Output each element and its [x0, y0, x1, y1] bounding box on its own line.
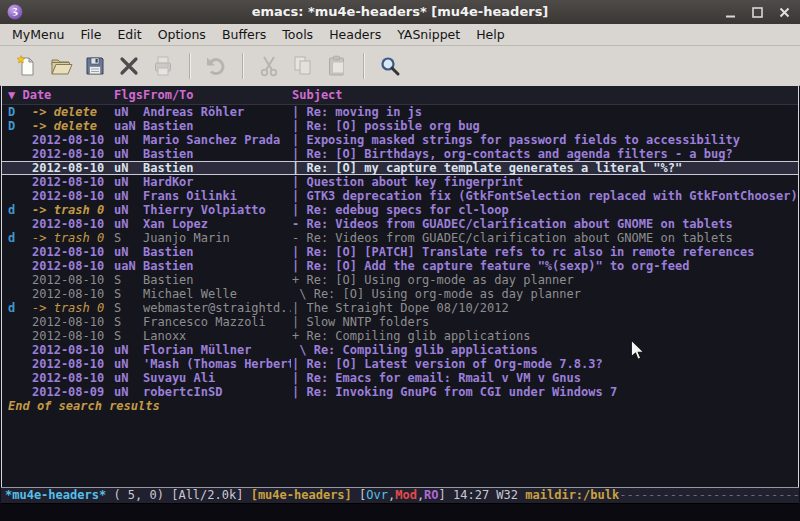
message-from: 'Mash (Thomas Herbert)	[143, 357, 291, 371]
message-subject: | Re: [O] Add the capture feature "%(sex…	[292, 259, 689, 273]
message-flags: uN	[114, 133, 128, 147]
menu-help[interactable]: Help	[468, 25, 513, 44]
message-date: 2012-08-10	[32, 217, 104, 231]
undo-button[interactable]	[199, 51, 233, 81]
message-from: Mario Sanchez Prada	[143, 133, 291, 147]
message-date: -> trash 0	[32, 301, 104, 315]
copy-icon	[291, 54, 315, 78]
title-bar[interactable]: emacs: *mu4e-headers* [mu4e-headers]	[0, 0, 800, 24]
message-row[interactable]: D -> delete uaN Bastien | Re: [O] possib…	[2, 119, 798, 133]
modeline-segment: RO	[424, 488, 438, 502]
menu-mymenu[interactable]: MyMenu	[4, 25, 73, 44]
message-from: webmaster@straightd...	[143, 301, 291, 315]
message-row[interactable]: 2012-08-09 uN robertcInSD | Re: Invoking…	[2, 385, 798, 399]
message-row[interactable]: 2012-08-10 uN Frans Oilinki | GTK3 depre…	[2, 189, 798, 203]
close-button[interactable]	[777, 5, 792, 20]
open-file-button[interactable]	[44, 51, 78, 81]
message-row[interactable]: d -> trash 0 S Juanjo Marin - Re: Videos…	[2, 231, 798, 245]
column-header-subject[interactable]: Subject	[292, 86, 343, 104]
cut-button[interactable]	[252, 51, 286, 81]
search-button[interactable]	[373, 51, 407, 81]
maximize-button[interactable]	[750, 5, 765, 20]
message-subject: | Re: Invoking GnuPG from CGI under Wind…	[292, 385, 617, 399]
message-row[interactable]: 2012-08-10 S Bastien + Re: [O] Using org…	[2, 273, 798, 287]
menu-options[interactable]: Options	[150, 25, 214, 44]
message-date: 2012-08-10	[32, 315, 104, 329]
message-row[interactable]: d -> trash 0 S webmaster@straightd... | …	[2, 301, 798, 315]
menu-tools[interactable]: Tools	[274, 25, 321, 44]
save-button[interactable]	[78, 51, 112, 81]
print-button[interactable]	[146, 51, 180, 81]
message-row[interactable]: 2012-08-10 uN HardKor | Question about k…	[2, 175, 798, 189]
emacs-window: emacs: *mu4e-headers* [mu4e-headers] MyM…	[0, 0, 800, 521]
menu-headers[interactable]: Headers	[321, 25, 389, 44]
menu-buffers[interactable]: Buffers	[214, 25, 274, 44]
message-list: D -> delete uN Andreas Röhler | Re: movi…	[2, 105, 798, 399]
message-row[interactable]: 2012-08-10 uaN Bastien | Re: [O] Add the…	[2, 259, 798, 273]
message-date: 2012-08-10	[32, 287, 104, 301]
modeline-segment: maildir:/bulk	[525, 488, 619, 502]
modeline-segment: [mu4e-headers]	[251, 488, 352, 502]
message-mark: d	[8, 301, 15, 315]
copy-button[interactable]	[286, 51, 320, 81]
message-subject: | Re: Emacs for email: Rmail v VM v Gnus	[292, 371, 581, 385]
save-icon	[83, 54, 107, 78]
end-of-results: End of search results	[2, 399, 798, 413]
column-header-from[interactable]: From/To	[143, 86, 194, 104]
close-buffer-icon	[117, 54, 141, 78]
menu-yasnippet[interactable]: YASnippet	[389, 25, 468, 44]
close-buffer-button[interactable]	[112, 51, 146, 81]
menu-file[interactable]: File	[73, 25, 110, 44]
message-subject: | Re: [O] [PATCH] Translate refs to rc a…	[292, 245, 754, 259]
message-date: 2012-08-10	[32, 147, 104, 161]
column-header-flags[interactable]: Flgs	[114, 86, 143, 104]
message-row[interactable]: 2012-08-10 uN Mario Sanchez Prada | Expo…	[2, 133, 798, 147]
message-row[interactable]: 2012-08-10 uN Suvayu Ali | Re: Emacs for…	[2, 371, 798, 385]
message-row[interactable]: 2012-08-10 uN Bastien | Re: [O] Birthday…	[2, 147, 798, 161]
menu-bar: MyMenu File Edit Options Buffers Tools H…	[0, 24, 800, 46]
mouse-cursor	[630, 340, 645, 365]
minibuffer[interactable]	[0, 504, 800, 521]
minimize-button[interactable]	[723, 5, 738, 20]
message-row[interactable]: 2012-08-10 S Michael Welle \ Re: [O] Usi…	[2, 287, 798, 301]
message-flags: S	[114, 301, 121, 315]
toolbar-separator	[242, 53, 243, 79]
message-date: 2012-08-10	[32, 175, 104, 189]
message-flags: uaN	[114, 119, 136, 133]
message-date: 2012-08-10	[32, 259, 104, 273]
mode-line[interactable]: *mu4e-headers* ( 5, 0) [All/2.0k] [mu4e-…	[1, 487, 799, 504]
paste-button[interactable]	[320, 51, 354, 81]
message-flags: uN	[114, 245, 128, 259]
modeline-segment: Ovr	[366, 488, 388, 502]
toolbar-separator	[363, 53, 364, 79]
message-row[interactable]: D -> delete uN Andreas Röhler | Re: movi…	[2, 105, 798, 119]
modeline-segment: 14:27 W32	[446, 488, 525, 502]
message-row[interactable]: 2012-08-10 S Lanoxx + Re: Compiling glib…	[2, 329, 798, 343]
message-row[interactable]: 2012-08-10 uN Florian Müllner \ Re: Comp…	[2, 343, 798, 357]
message-subject: \ Re: Compiling glib applications	[292, 343, 538, 357]
message-flags: uN	[114, 343, 128, 357]
message-flags: uN	[114, 161, 128, 175]
message-row[interactable]: 2012-08-10 uN Xan Lopez - Re: Videos fro…	[2, 217, 798, 231]
message-row[interactable]: d -> trash 0 uN Thierry Volpiatto | Re: …	[2, 203, 798, 217]
message-subject: | Slow NNTP folders	[292, 315, 429, 329]
message-row[interactable]: 2012-08-10 uN Bastien | Re: [O] my captu…	[2, 161, 798, 175]
message-date: 2012-08-10	[32, 357, 104, 371]
message-from: Thierry Volpiatto	[143, 203, 291, 217]
message-flags: uN	[114, 147, 128, 161]
message-subject: + Re: Compiling glib applications	[292, 329, 530, 343]
new-file-button[interactable]	[10, 51, 44, 81]
message-row[interactable]: 2012-08-10 S Francesco Mazzoli | Slow NN…	[2, 315, 798, 329]
message-row[interactable]: 2012-08-10 uN Bastien | Re: [O] [PATCH] …	[2, 245, 798, 259]
message-flags: uN	[114, 105, 128, 119]
message-from: Bastien	[143, 147, 291, 161]
message-from: Juanjo Marin	[143, 231, 291, 245]
message-subject: | GTK3 deprecation fix (GtkFontSelection…	[292, 189, 798, 203]
column-header-date[interactable]: ▼ Date	[8, 86, 51, 104]
menu-edit[interactable]: Edit	[109, 25, 149, 44]
message-subject: | Re: [O] Latest version of Org-mode 7.8…	[292, 357, 603, 371]
message-flags: uN	[114, 357, 128, 371]
message-date: 2012-08-10	[32, 133, 104, 147]
message-row[interactable]: 2012-08-10 uN 'Mash (Thomas Herbert) | R…	[2, 357, 798, 371]
message-date: -> trash 0	[32, 231, 104, 245]
